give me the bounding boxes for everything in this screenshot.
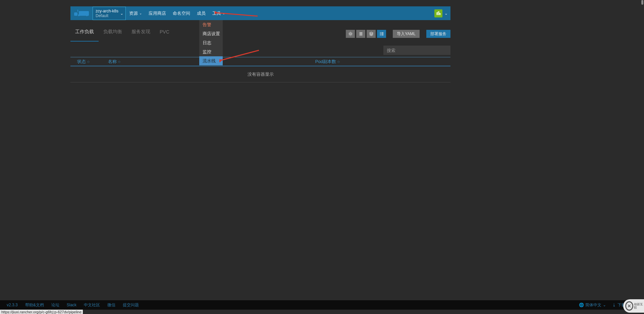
- nav-namespaces[interactable]: 命名空间: [169, 6, 194, 20]
- watermark-logo-icon: ✕: [625, 301, 633, 311]
- dropdown-logging[interactable]: 日志: [199, 38, 223, 47]
- svg-rect-16: [381, 34, 383, 34]
- nav-members-label: 成员: [197, 10, 206, 16]
- svg-rect-0: [74, 12, 77, 16]
- tab-discovery-label: 服务发现: [131, 29, 150, 35]
- user-avatar[interactable]: [434, 9, 442, 17]
- tab-lb-label: 负载均衡: [103, 29, 122, 35]
- footer-version[interactable]: v2.3.3: [7, 303, 18, 307]
- subtabs: 工作负载 负载均衡 服务发现 PVC: [70, 26, 174, 42]
- gear-icon: [348, 32, 353, 36]
- footer: v2.3.3 帮助&文档 论坛 Slack 中文社区 微信 提交问题 🌐 简体中…: [0, 300, 644, 310]
- dropdown-alert[interactable]: 告警: [199, 20, 223, 29]
- nav-appstore[interactable]: 应用商店: [145, 6, 169, 20]
- svg-line-6: [216, 13, 258, 16]
- tab-discovery[interactable]: 服务发现: [127, 26, 155, 42]
- table-empty-text: 没有容器显示: [248, 71, 274, 77]
- footer-help[interactable]: 帮助&文档: [25, 302, 44, 308]
- view-list-button[interactable]: [356, 30, 365, 38]
- svg-rect-12: [380, 33, 381, 33]
- top-nav-bar: zcy-arch-k8s Default ⌄ 资源 ⌄ 应用商店 命名空间 成员…: [70, 6, 450, 20]
- dropdown-catalog-label: 商店设置: [203, 31, 220, 37]
- footer-wechat[interactable]: 微信: [107, 302, 115, 308]
- watermark-badge: ✕ 创新互联: [623, 299, 644, 313]
- globe-icon: 🌐: [579, 303, 584, 307]
- search-input[interactable]: [383, 46, 450, 55]
- project-selector[interactable]: zcy-arch-k8s Default ⌄: [93, 7, 126, 20]
- user-icon: [436, 11, 441, 16]
- topbar-right: ⌄: [434, 6, 450, 20]
- dropdown-catalog[interactable]: 商店设置: [199, 29, 223, 38]
- dropdown-monitoring-label: 监控: [203, 49, 211, 55]
- tree-icon: [379, 32, 384, 36]
- cow-icon: [74, 10, 89, 17]
- footer-cn-community[interactable]: 中文社区: [84, 302, 100, 308]
- status-url-text: https://jiuxi.rancher.org/p/c-g6fcj:p-62…: [1, 310, 82, 314]
- svg-rect-9: [359, 33, 362, 33]
- svg-rect-4: [77, 10, 78, 12]
- th-name-label: 名称: [108, 59, 117, 65]
- footer-lang-label: 简体中文: [585, 302, 601, 308]
- nav-resources[interactable]: 资源 ⌄: [126, 6, 145, 20]
- dropdown-logging-label: 日志: [203, 40, 211, 46]
- tab-workload[interactable]: 工作负载: [70, 26, 99, 42]
- project-name: zcy-arch-k8s: [96, 9, 123, 13]
- th-pod-label: Pod副本数: [315, 59, 336, 65]
- table-header: 状态 ◇ 名称 ◇ Pod副本数 ◇: [70, 57, 450, 66]
- scrollbar-thumb[interactable]: [641, 0, 643, 5]
- download-icon: ⭳: [612, 303, 616, 307]
- nav-resources-label: 资源: [129, 10, 138, 16]
- chevron-down-icon: ⌄: [120, 11, 123, 16]
- tab-lb[interactable]: 负载均衡: [99, 26, 127, 42]
- list-icon: [359, 32, 363, 36]
- view-group-button[interactable]: [367, 30, 376, 38]
- svg-line-7: [221, 50, 259, 60]
- svg-rect-15: [381, 33, 383, 33]
- sort-icon: ◇: [118, 60, 120, 63]
- deploy-label: 部署服务: [430, 31, 446, 37]
- chevron-down-icon: ⌄: [603, 303, 606, 307]
- chevron-down-icon[interactable]: ⌄: [444, 11, 448, 16]
- status-url: https://jiuxi.rancher.org/p/c-g6fcj:p-62…: [0, 310, 83, 314]
- annotation-arrow-top: [215, 9, 258, 17]
- view-namespace-button[interactable]: [377, 30, 386, 38]
- svg-rect-17: [381, 35, 383, 36]
- view-grid-button[interactable]: [346, 30, 355, 38]
- footer-forum[interactable]: 论坛: [51, 302, 59, 308]
- sort-icon: ◇: [337, 60, 340, 63]
- sub-row: 工作负载 负载均衡 服务发现 PVC 导入YAML 部署服务: [70, 26, 450, 42]
- tab-workload-label: 工作负载: [75, 29, 94, 35]
- search-row: [70, 46, 450, 55]
- chevron-down-icon: ⌄: [139, 11, 142, 15]
- tab-pvc[interactable]: PVC: [155, 26, 174, 42]
- sub-right-actions: 导入YAML 部署服务: [346, 30, 450, 38]
- svg-rect-3: [86, 14, 88, 16]
- svg-rect-10: [359, 34, 362, 34]
- import-yaml-label: 导入YAML: [397, 31, 416, 37]
- tab-pvc-label: PVC: [160, 29, 169, 35]
- nav-appstore-label: 应用商店: [149, 10, 166, 16]
- rancher-logo[interactable]: [70, 6, 93, 20]
- watermark-text: 创新互联: [634, 303, 644, 309]
- th-status[interactable]: 状态 ◇: [77, 59, 108, 65]
- dropdown-alert-label: 告警: [203, 22, 211, 28]
- import-yaml-button[interactable]: 导入YAML: [393, 30, 420, 38]
- workload-table: 状态 ◇ 名称 ◇ Pod副本数 ◇ 没有容器显示: [70, 57, 450, 82]
- svg-rect-2: [78, 14, 79, 16]
- svg-rect-13: [380, 34, 381, 34]
- deploy-button[interactable]: 部署服务: [426, 30, 450, 38]
- project-env: Default: [96, 13, 123, 18]
- nav-namespaces-label: 命名空间: [173, 10, 190, 16]
- footer-slack[interactable]: Slack: [67, 303, 76, 307]
- sort-icon: ◇: [87, 60, 90, 63]
- footer-issue[interactable]: 提交问题: [123, 302, 139, 308]
- svg-rect-14: [380, 35, 381, 36]
- annotation-arrow-bottom: [219, 49, 260, 62]
- dropdown-pipeline-label: 流水线: [203, 58, 216, 64]
- footer-lang[interactable]: 🌐 简体中文 ⌄: [579, 302, 606, 308]
- svg-rect-11: [359, 35, 362, 36]
- th-pod-replicas[interactable]: Pod副本数 ◇: [315, 59, 340, 65]
- svg-point-8: [350, 33, 351, 35]
- nav-members[interactable]: 成员: [194, 6, 209, 20]
- stack-icon: [369, 32, 374, 36]
